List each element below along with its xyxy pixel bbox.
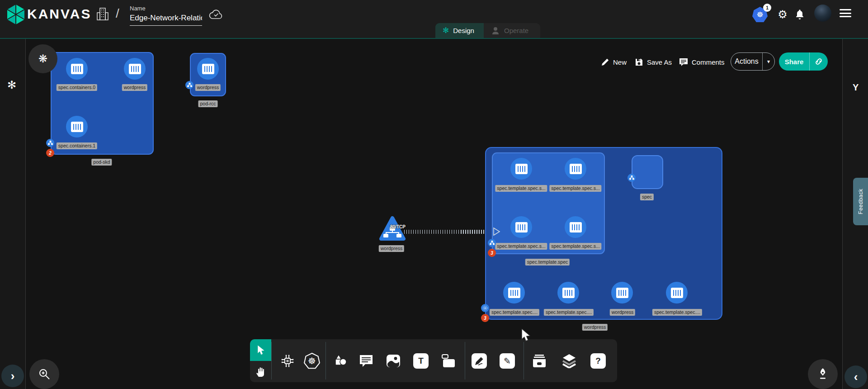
- pod-icon: [629, 176, 634, 180]
- components-tool-button[interactable]: [278, 351, 297, 370]
- node-label: wordpress: [195, 84, 221, 91]
- share-split-button[interactable]: Share: [779, 52, 828, 71]
- question-icon: ?: [590, 353, 606, 369]
- save-as-label: Save As: [647, 58, 672, 66]
- node-label: spec.template.spec.s...: [495, 243, 547, 250]
- comment-tool-button[interactable]: [357, 351, 376, 370]
- text-icon: T: [413, 353, 429, 369]
- app-header: KANVAS / Name ☸ 1 ⚙: [0, 0, 868, 38]
- container-node[interactable]: [503, 282, 525, 304]
- design-tab-icon: ✻: [443, 26, 449, 35]
- container-icon: [508, 288, 520, 298]
- container-icon: [515, 164, 528, 174]
- container-node[interactable]: [565, 158, 586, 180]
- expand-left-panel-button[interactable]: ›: [1, 365, 24, 387]
- kubernetes-heptagon-icon: ☸: [304, 353, 320, 369]
- tab-operate[interactable]: Operate: [484, 23, 540, 38]
- shapes-tool-button[interactable]: [331, 351, 350, 370]
- kanvas-logo-icon[interactable]: [6, 4, 25, 25]
- toolbar-divider: [326, 342, 326, 380]
- hamburger-icon: [840, 9, 851, 17]
- container-icon: [562, 288, 575, 298]
- actions-label: Actions: [731, 57, 762, 66]
- error-count-badge[interactable]: 2: [46, 149, 54, 157]
- container-node-wordpress[interactable]: [124, 58, 146, 80]
- group-spec-template-spec[interactable]: [492, 152, 605, 254]
- help-tool-button[interactable]: ?: [589, 351, 608, 370]
- branch-icon[interactable]: Y: [853, 82, 859, 93]
- caret-down-icon[interactable]: ▾: [763, 58, 774, 65]
- container-node[interactable]: [510, 216, 532, 238]
- comments-button[interactable]: Comments: [679, 56, 725, 68]
- note-tab-icon: [441, 354, 456, 368]
- copy-link-button[interactable]: [810, 57, 828, 66]
- expand-right-panel-button[interactable]: ‹: [844, 365, 867, 388]
- new-button[interactable]: New: [601, 56, 627, 68]
- logo-wordmark[interactable]: KANVAS: [27, 6, 91, 22]
- image-tool-button[interactable]: [384, 351, 403, 370]
- left-rail: ✻: [0, 39, 26, 389]
- service-node-wordpress[interactable]: [379, 216, 406, 244]
- select-tool-button[interactable]: [250, 339, 271, 361]
- container-node-spec-containers-1[interactable]: [66, 116, 88, 138]
- pencil-scribble-icon: ✎: [500, 353, 515, 369]
- pod-icon: [48, 141, 53, 145]
- group-spec[interactable]: [632, 155, 663, 189]
- node-label: spec.containers.0: [57, 84, 97, 91]
- chevron-right-icon: ›: [11, 370, 15, 382]
- container-node-wordpress[interactable]: [197, 58, 219, 80]
- shapes-icon: [333, 354, 348, 368]
- container-icon: [570, 222, 582, 232]
- edge-arrowhead: [493, 227, 501, 236]
- organization-icon[interactable]: [96, 7, 109, 21]
- share-label: Share: [779, 58, 809, 66]
- meshery-swirl-icon[interactable]: ✻: [7, 79, 16, 91]
- text-tool-button[interactable]: T: [411, 351, 430, 370]
- design-toolbar: ☸ T: [250, 339, 617, 382]
- design-name-label: Name: [130, 5, 146, 12]
- pod-icon: [490, 241, 495, 245]
- toolbar-divider: [465, 342, 465, 380]
- canvas-settings-button[interactable]: ❋: [28, 44, 57, 73]
- settings-button[interactable]: ⚙: [777, 8, 788, 21]
- layers-tool-button[interactable]: [560, 351, 579, 370]
- feedback-tab[interactable]: Feedback: [853, 178, 868, 225]
- notifications-button[interactable]: [794, 8, 805, 20]
- container-node[interactable]: [565, 216, 586, 238]
- user-avatar[interactable]: [814, 5, 831, 22]
- save-as-button[interactable]: Save As: [635, 56, 672, 68]
- pen-path-icon: [472, 353, 487, 369]
- container-icon: [515, 222, 528, 232]
- main-menu-button[interactable]: [840, 9, 851, 17]
- container-node[interactable]: [557, 282, 579, 304]
- error-count-badge[interactable]: 3: [488, 249, 496, 257]
- magnifier-plus-icon: [38, 368, 51, 380]
- pen-drawing-button[interactable]: [808, 359, 838, 389]
- note-tool-button[interactable]: [439, 351, 458, 370]
- mouse-cursor: [521, 329, 531, 342]
- kubernetes-context-button[interactable]: ☸ 1: [752, 7, 768, 22]
- container-node[interactable]: [666, 282, 688, 304]
- group-label: spec.template.spec: [525, 259, 570, 266]
- kubernetes-tool-button[interactable]: ☸: [302, 351, 321, 370]
- design-name-input[interactable]: [130, 14, 202, 26]
- tab-design[interactable]: ✻ Design: [435, 23, 484, 38]
- kanvas-app: KANVAS / Name ☸ 1 ⚙: [0, 0, 868, 389]
- deployment-icon: [482, 305, 488, 311]
- container-node[interactable]: [510, 158, 532, 180]
- link-icon: [814, 57, 823, 66]
- container-node[interactable]: [611, 282, 633, 304]
- new-label: New: [613, 58, 627, 66]
- archive-tool-button[interactable]: [530, 351, 549, 370]
- node-label: spec.template.spec.s...: [549, 243, 601, 250]
- comment-icon: [679, 58, 688, 66]
- pan-tool-button[interactable]: [250, 361, 271, 382]
- gear-icon: ⚙: [778, 8, 788, 21]
- service-edge[interactable]: [404, 230, 494, 234]
- pen-tool-button[interactable]: [470, 351, 489, 370]
- container-node-spec-containers-0[interactable]: [66, 58, 88, 80]
- zoom-search-button[interactable]: [29, 359, 59, 389]
- freehand-tool-button[interactable]: ✎: [498, 351, 517, 370]
- error-count-badge[interactable]: 3: [481, 314, 489, 322]
- actions-split-button[interactable]: Actions ▾: [731, 52, 775, 71]
